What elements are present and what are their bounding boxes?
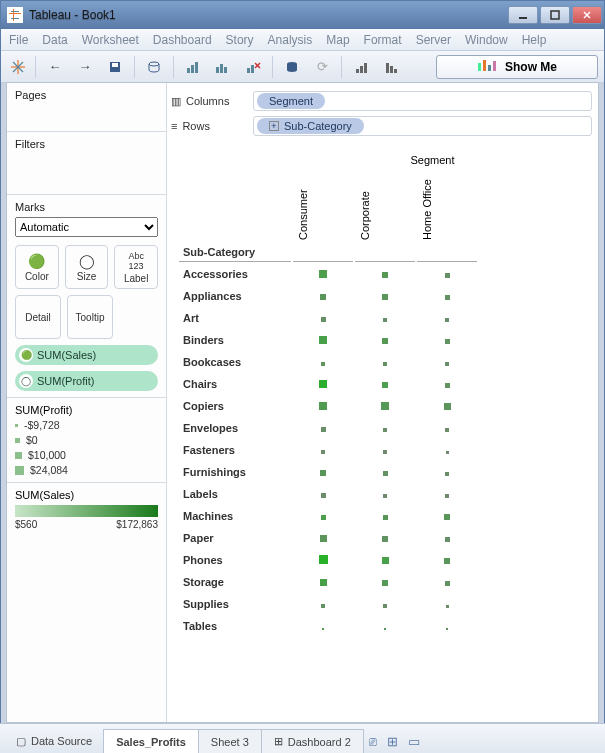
heatmap-mark[interactable]	[382, 557, 389, 564]
label-button[interactable]: Abc123Label	[114, 245, 158, 289]
columns-shelf[interactable]: ▥Columns Segment	[171, 90, 592, 112]
heatmap-mark[interactable]	[319, 336, 327, 344]
heatmap-mark[interactable]	[383, 428, 387, 432]
heatmap-mark[interactable]	[445, 339, 450, 344]
heatmap-mark[interactable]	[383, 362, 387, 366]
heatmap-mark[interactable]	[383, 494, 387, 498]
pages-shelf[interactable]: Pages	[7, 83, 166, 132]
size-button[interactable]: ◯Size	[65, 245, 109, 289]
menu-help[interactable]: Help	[522, 33, 547, 47]
heatmap-mark[interactable]	[445, 383, 450, 388]
heatmap-mark[interactable]	[320, 294, 326, 300]
new-worksheet-button[interactable]	[180, 55, 206, 79]
heatmap-mark[interactable]	[445, 295, 450, 300]
tooltip-button[interactable]: Tooltip	[67, 295, 113, 339]
connection-button[interactable]	[279, 55, 305, 79]
heatmap-mark[interactable]	[381, 402, 389, 410]
heatmap-mark[interactable]	[445, 273, 450, 278]
sheet-tab[interactable]: ⊞Dashboard 2	[261, 729, 364, 753]
pill-sum-sales[interactable]: 🟢SUM(Sales)	[15, 345, 158, 365]
heatmap-mark[interactable]	[445, 494, 449, 498]
heatmap-mark[interactable]	[321, 493, 326, 498]
clear-sheet-button[interactable]	[240, 55, 266, 79]
refresh-button[interactable]: ⟳	[309, 55, 335, 79]
redo-button[interactable]: →	[72, 55, 98, 79]
sort-desc-button[interactable]	[378, 55, 404, 79]
menu-analysis[interactable]: Analysis	[268, 33, 313, 47]
detail-button[interactable]: Detail	[15, 295, 61, 339]
heatmap-mark[interactable]	[445, 537, 450, 542]
sort-asc-button[interactable]	[348, 55, 374, 79]
heatmap-mark[interactable]	[383, 318, 387, 322]
heatmap-mark[interactable]	[321, 427, 326, 432]
color-button[interactable]: 🟢Color	[15, 245, 59, 289]
tableau-logo-icon[interactable]	[7, 56, 29, 78]
menu-server[interactable]: Server	[416, 33, 451, 47]
heatmap-mark[interactable]	[322, 628, 324, 630]
heatmap-mark[interactable]	[321, 317, 326, 322]
window-minimize-button[interactable]	[508, 6, 538, 24]
save-button[interactable]	[102, 55, 128, 79]
heatmap-mark[interactable]	[445, 318, 449, 322]
columns-pill-segment[interactable]: Segment	[257, 93, 325, 109]
heatmap-mark[interactable]	[382, 580, 388, 586]
heatmap-mark[interactable]	[319, 402, 327, 410]
window-close-button[interactable]	[572, 6, 602, 24]
undo-button[interactable]: ←	[42, 55, 68, 79]
heatmap-mark[interactable]	[444, 558, 450, 564]
mark-type-select[interactable]: Automatic	[15, 217, 158, 237]
new-story-icon[interactable]: ▭	[408, 734, 420, 749]
menu-dashboard[interactable]: Dashboard	[153, 33, 212, 47]
sheet-tab[interactable]: Sales_Profits	[103, 729, 199, 753]
heatmap-mark[interactable]	[382, 294, 388, 300]
heatmap-mark[interactable]	[445, 581, 450, 586]
heatmap-mark[interactable]	[382, 338, 388, 344]
new-worksheet-icon[interactable]: ⎚	[369, 734, 377, 749]
heatmap-mark[interactable]	[383, 471, 388, 476]
datasource-button[interactable]	[141, 55, 167, 79]
heatmap-mark[interactable]	[319, 270, 327, 278]
viz-canvas[interactable]: Segment ConsumerCorporateHome OfficeSub-…	[167, 146, 598, 722]
heatmap-mark[interactable]	[321, 515, 326, 520]
pill-sum-profit[interactable]: ◯SUM(Profit)	[15, 371, 158, 391]
duplicate-sheet-button[interactable]	[210, 55, 236, 79]
heatmap-mark[interactable]	[445, 472, 449, 476]
heatmap-mark[interactable]	[444, 403, 451, 410]
heatmap-mark[interactable]	[383, 515, 388, 520]
heatmap-mark[interactable]	[384, 628, 386, 630]
heatmap-mark[interactable]	[319, 555, 328, 564]
menu-window[interactable]: Window	[465, 33, 508, 47]
heatmap-mark[interactable]	[446, 605, 449, 608]
rows-shelf[interactable]: ≡Rows +Sub-Category	[171, 115, 592, 137]
filters-shelf[interactable]: Filters	[7, 132, 166, 195]
heatmap-mark[interactable]	[320, 535, 327, 542]
rows-pill-subcategory[interactable]: +Sub-Category	[257, 118, 364, 134]
heatmap-mark[interactable]	[319, 380, 327, 388]
show-me-button[interactable]: Show Me	[436, 55, 598, 79]
menu-format[interactable]: Format	[364, 33, 402, 47]
heatmap-mark[interactable]	[446, 628, 448, 630]
heatmap-mark[interactable]	[382, 536, 388, 542]
window-maximize-button[interactable]	[540, 6, 570, 24]
heatmap-mark[interactable]	[382, 272, 388, 278]
sheet-tab[interactable]: Sheet 3	[198, 729, 262, 753]
heatmap-mark[interactable]	[321, 362, 325, 366]
heatmap-mark[interactable]	[445, 362, 449, 366]
menu-story[interactable]: Story	[226, 33, 254, 47]
heatmap-mark[interactable]	[383, 604, 387, 608]
heatmap-mark[interactable]	[321, 604, 325, 608]
menu-map[interactable]: Map	[326, 33, 349, 47]
heatmap-mark[interactable]	[382, 382, 388, 388]
heatmap-mark[interactable]	[446, 451, 449, 454]
menu-data[interactable]: Data	[42, 33, 67, 47]
new-dashboard-icon[interactable]: ⊞	[387, 734, 398, 749]
tab-data-source[interactable]: ▢Data Source	[4, 729, 104, 753]
heatmap-mark[interactable]	[444, 514, 450, 520]
heatmap-mark[interactable]	[383, 450, 387, 454]
heatmap-mark[interactable]	[320, 579, 327, 586]
menu-file[interactable]: File	[9, 33, 28, 47]
heatmap-mark[interactable]	[321, 450, 325, 454]
menu-worksheet[interactable]: Worksheet	[82, 33, 139, 47]
heatmap-mark[interactable]	[320, 470, 326, 476]
heatmap-mark[interactable]	[445, 428, 449, 432]
